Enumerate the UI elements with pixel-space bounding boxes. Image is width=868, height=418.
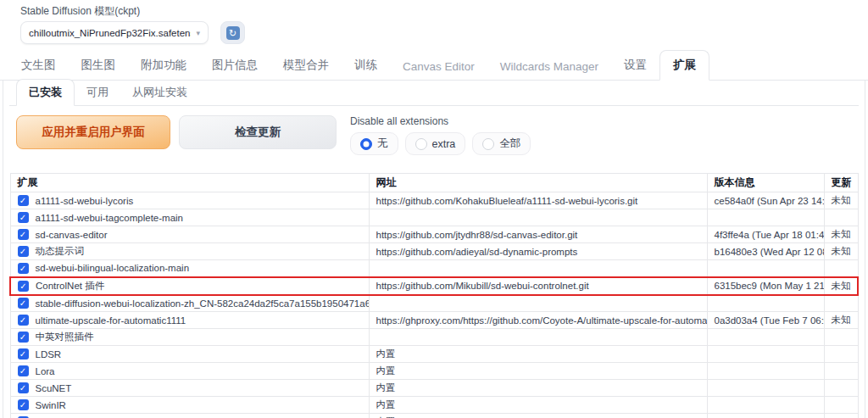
extension-name: ultimate-upscale-for-automatic1111	[36, 315, 186, 326]
tab-extensions[interactable]: 扩展	[659, 50, 709, 81]
disable-all-radio-group: 无extra全部	[350, 132, 531, 155]
subtab-install-from-url[interactable]: 从网址安装	[120, 80, 199, 105]
extension-url: 内置	[369, 363, 707, 380]
extension-url	[369, 209, 707, 226]
radio-circle-icon	[415, 138, 427, 150]
model-dropdown[interactable]: chilloutmix_NiPrunedFp32Fix.safetensors …	[20, 21, 209, 44]
extensions-table-wrap: 扩展网址版本信息更新 ✓ a1111-sd-webui-lycoris http…	[9, 173, 859, 418]
table-row: ✓ sd-canvas-editor https://github.com/jt…	[10, 226, 858, 243]
extension-update-status: 未知	[824, 243, 858, 260]
extensions-table: 扩展网址版本信息更新 ✓ a1111-sd-webui-lycoris http…	[9, 173, 859, 418]
extension-version: ce584a0f (Sun Apr 23 14:50:56 2023)	[707, 192, 824, 209]
extension-url: 内置	[369, 397, 707, 414]
extension-url: 内置	[369, 414, 707, 418]
extension-name: Lora	[36, 366, 55, 376]
extension-name: stable-diffusion-webui-localization-zh_C…	[36, 298, 370, 309]
disable-all-extensions-label: Disable all extensions	[350, 115, 531, 127]
extension-enabled-checkbox[interactable]: ✓	[18, 229, 29, 240]
extensions-panel: 已安装可用从网址安装 应用并重启用户界面 检查更新 Disable all ex…	[3, 81, 865, 418]
subtab-installed[interactable]: 已安装	[16, 79, 75, 106]
tab-extras[interactable]: 附加功能	[128, 51, 199, 80]
extension-version	[707, 363, 824, 380]
column-header: 版本信息	[707, 174, 824, 192]
extension-enabled-checkbox[interactable]: ✓	[18, 212, 29, 223]
table-row: ✓ ScuNET 内置	[10, 380, 858, 397]
refresh-model-button[interactable]: ↻	[220, 21, 245, 44]
table-row: ✓ ControlNet 插件 https://github.com/Mikub…	[10, 277, 858, 295]
extension-url: https://github.com/jtydhr88/sd-canvas-ed…	[369, 226, 707, 243]
extension-enabled-checkbox[interactable]: ✓	[18, 263, 29, 274]
disable-all-extensions-group: Disable all extensions 无extra全部	[350, 115, 531, 155]
extension-enabled-checkbox[interactable]: ✓	[18, 246, 29, 257]
radio-option-extra[interactable]: extra	[405, 132, 466, 155]
extension-update-status: 未知	[824, 277, 858, 295]
table-row: ✓ a1111-sd-webui-tagcomplete-main	[10, 209, 858, 226]
tab-canvas-editor[interactable]: Canvas Editor	[390, 53, 487, 80]
extension-version: b16480e3 (Wed Apr 12 08:30:59 2023)	[707, 243, 824, 260]
extension-update-status	[824, 380, 858, 397]
check-updates-button[interactable]: 检查更新	[179, 115, 337, 149]
extension-version	[707, 209, 824, 226]
controls-row: 应用并重启用户界面 检查更新 Disable all extensions 无e…	[9, 106, 859, 160]
extension-name: ScuNET	[36, 383, 72, 393]
extension-version	[707, 380, 824, 397]
extension-version	[707, 329, 824, 346]
extension-version: 6315bec9 (Mon May 1 21:04:37 2023)	[707, 277, 824, 295]
extension-enabled-checkbox[interactable]: ✓	[18, 399, 29, 410]
extension-update-status: 未知	[824, 312, 858, 329]
extension-enabled-checkbox[interactable]: ✓	[18, 382, 29, 393]
extension-enabled-checkbox[interactable]: ✓	[18, 195, 29, 206]
extension-name: ControlNet 插件	[36, 280, 104, 293]
extension-update-status	[824, 397, 858, 414]
table-row: ✓ ultimate-upscale-for-automatic1111 htt…	[10, 312, 858, 329]
extension-name: a1111-sd-webui-lycoris	[36, 196, 134, 206]
extension-name: sd-webui-bilingual-localization-main	[36, 263, 190, 273]
extension-enabled-checkbox[interactable]: ✓	[18, 365, 29, 376]
radio-option-label: 无	[377, 137, 388, 151]
main-tab-bar: 文生图图生图附加功能图片信息模型合并训练Canvas EditorWildcar…	[0, 53, 868, 81]
extension-version: 0a3d03a4 (Tue Feb 7 06:07:23 2023)	[707, 312, 824, 329]
extension-version	[707, 260, 824, 277]
extension-enabled-checkbox[interactable]: ✓	[18, 298, 29, 309]
radio-circle-icon	[482, 138, 494, 150]
table-row: ✓ 动态提示词 https://github.com/adieyal/sd-dy…	[10, 243, 858, 260]
radio-option-label: 全部	[499, 137, 520, 151]
radio-option-none[interactable]: 无	[350, 132, 398, 155]
extension-url: https://github.com/Mikubill/sd-webui-con…	[369, 277, 707, 295]
extension-enabled-checkbox[interactable]: ✓	[18, 315, 29, 326]
extension-url: https://github.com/adieyal/sd-dynamic-pr…	[369, 243, 707, 260]
extension-version	[707, 346, 824, 363]
extension-update-status	[824, 260, 858, 277]
extension-update-status	[824, 363, 858, 380]
table-row: ✓ LDSR 内置	[10, 346, 858, 363]
apply-restart-button[interactable]: 应用并重启用户界面	[16, 115, 170, 149]
extension-url	[369, 260, 707, 277]
tab-txt2img[interactable]: 文生图	[8, 51, 69, 80]
extension-enabled-checkbox[interactable]: ✓	[18, 281, 29, 292]
radio-option-all[interactable]: 全部	[472, 132, 531, 155]
extension-update-status	[824, 209, 858, 226]
column-header: 扩展	[10, 174, 369, 192]
table-row: ✓ a1111-sd-webui-lycoris https://github.…	[10, 192, 858, 209]
table-row: ✓ SwinIR 内置	[10, 397, 858, 414]
table-row: ✓ sd-webui-bilingual-localization-main	[10, 260, 858, 277]
tab-png-info[interactable]: 图片信息	[199, 51, 270, 80]
tab-train[interactable]: 训练	[342, 51, 390, 80]
tab-wildcards-manager[interactable]: Wildcards Manager	[487, 53, 611, 80]
tab-checkpoint-merger[interactable]: 模型合并	[270, 51, 342, 80]
extension-name: SwinIR	[36, 400, 66, 410]
subtab-available[interactable]: 可用	[75, 80, 120, 105]
extension-enabled-checkbox[interactable]: ✓	[18, 332, 29, 343]
extension-update-status: 未知	[824, 192, 858, 209]
extensions-table-body: ✓ a1111-sd-webui-lycoris https://github.…	[10, 192, 858, 418]
tab-settings[interactable]: 设置	[611, 51, 659, 80]
extension-version: 4f3ffe4a (Tue Apr 18 01:45:04 2023)	[707, 226, 824, 243]
extension-update-status	[824, 414, 858, 418]
extension-url	[369, 329, 707, 346]
extension-enabled-checkbox[interactable]: ✓	[18, 348, 29, 359]
sub-tab-bar: 已安装可用从网址安装	[9, 81, 859, 106]
extension-name: LDSR	[36, 349, 62, 359]
model-dropdown-value: chilloutmix_NiPrunedFp32Fix.safetensors …	[29, 28, 191, 38]
tab-img2img[interactable]: 图生图	[69, 51, 129, 80]
extension-url: 内置	[369, 346, 707, 363]
